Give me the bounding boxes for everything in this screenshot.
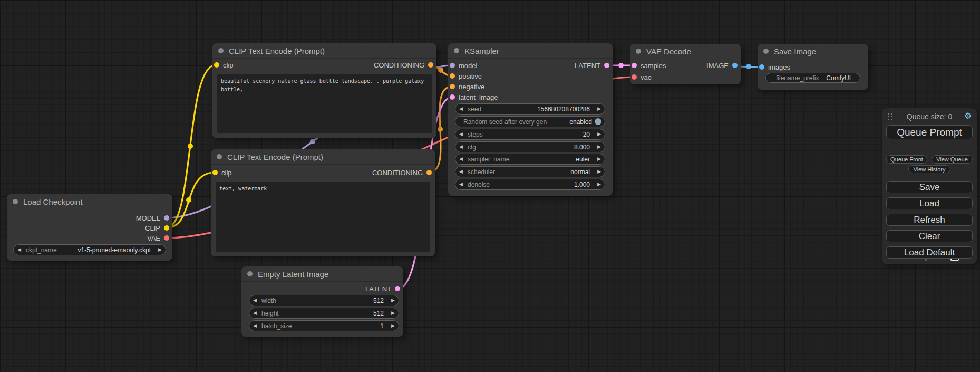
vae-port-dot[interactable] bbox=[164, 235, 169, 241]
width-widget[interactable]: ◀ width 512 ▶ bbox=[249, 295, 399, 306]
increment-arrow-icon[interactable]: ▶ bbox=[388, 311, 395, 316]
input-port-vae[interactable]: vae bbox=[632, 73, 652, 81]
latent-port-dot[interactable] bbox=[395, 286, 400, 291]
conditioning-port-dot[interactable] bbox=[426, 170, 432, 175]
model-port-dot[interactable] bbox=[164, 215, 169, 221]
input-port-negative[interactable]: negative bbox=[450, 83, 484, 90]
port-label: samples bbox=[641, 62, 666, 70]
output-port-vae[interactable]: VAE bbox=[147, 234, 169, 242]
latent-port-dot[interactable] bbox=[632, 63, 637, 68]
increment-arrow-icon[interactable]: ▶ bbox=[594, 182, 601, 187]
increment-arrow-icon[interactable]: ▶ bbox=[388, 323, 395, 328]
node-clip-text-encode-negative[interactable]: CLIP Text Encode (Prompt) clip CONDITION… bbox=[211, 149, 435, 256]
latent-port-dot[interactable] bbox=[450, 94, 455, 100]
view-queue-button[interactable]: View Queue bbox=[932, 155, 973, 164]
input-port-model[interactable]: model bbox=[450, 62, 477, 69]
decrement-arrow-icon[interactable]: ◀ bbox=[459, 157, 466, 161]
model-port-dot[interactable] bbox=[450, 63, 455, 68]
view-history-button[interactable]: View History bbox=[908, 165, 950, 173]
node-titlebar[interactable]: KSampler bbox=[448, 43, 613, 59]
random-seed-toggle[interactable] bbox=[595, 118, 601, 125]
port-label: MODEL bbox=[136, 214, 160, 222]
decrement-arrow-icon[interactable]: ◀ bbox=[253, 311, 260, 316]
node-titlebar[interactable]: Empty Latent Image bbox=[241, 266, 403, 282]
increment-arrow-icon[interactable]: ▶ bbox=[594, 157, 601, 161]
node-clip-text-encode-positive[interactable]: CLIP Text Encode (Prompt) clip CONDITION… bbox=[212, 43, 436, 138]
decrement-arrow-icon[interactable]: ◀ bbox=[459, 145, 466, 149]
increment-arrow-icon[interactable]: ▶ bbox=[594, 169, 601, 174]
comfyui-canvas[interactable]: { "colors": { "model": "#b39ddb", "clip"… bbox=[0, 0, 980, 372]
queue-front-button[interactable]: Queue Front bbox=[886, 155, 927, 164]
latent-port-dot[interactable] bbox=[604, 63, 609, 68]
decrement-arrow-icon[interactable]: ◀ bbox=[459, 107, 466, 111]
load-default-button[interactable]: Load Default bbox=[886, 246, 973, 259]
prompt-textarea[interactable]: beautiful scenery nature glass bottle la… bbox=[217, 74, 432, 133]
input-port-images[interactable]: images bbox=[759, 63, 790, 71]
output-port-clip[interactable]: CLIP bbox=[145, 224, 169, 232]
image-port-dot[interactable] bbox=[759, 64, 764, 70]
queue-menu-panel[interactable]: Queue size: 0 ⚙ Queue Prompt Extra optio… bbox=[882, 108, 977, 264]
output-port-conditioning[interactable]: CONDITIONING bbox=[372, 169, 432, 176]
node-load-checkpoint[interactable]: Load Checkpoint MODEL CLIP VAE ◀ ckpt_na… bbox=[7, 194, 172, 261]
node-ksampler[interactable]: KSampler model positive negative latent_… bbox=[448, 43, 613, 196]
decrement-arrow-icon[interactable]: ◀ bbox=[459, 132, 466, 137]
sampler-name-widget[interactable]: ◀ sampler_name euler ▶ bbox=[455, 154, 605, 165]
clip-port-dot[interactable] bbox=[214, 62, 219, 68]
increment-arrow-icon[interactable]: ▶ bbox=[594, 132, 601, 137]
cfg-widget[interactable]: ◀ cfg 8.000 ▶ bbox=[455, 141, 605, 152]
conditioning-port-dot[interactable] bbox=[428, 62, 433, 68]
clip-port-dot[interactable] bbox=[212, 170, 218, 175]
random-seed-widget[interactable]: Random seed after every gen enabled bbox=[455, 116, 605, 127]
node-empty-latent-image[interactable]: Empty Latent Image LATENT ◀ width 512 ▶ … bbox=[241, 266, 403, 337]
increment-arrow-icon[interactable]: ▶ bbox=[155, 247, 162, 252]
queue-prompt-button[interactable]: Queue Prompt bbox=[886, 125, 973, 139]
decrement-arrow-icon[interactable]: ◀ bbox=[253, 298, 260, 303]
node-titlebar[interactable]: CLIP Text Encode (Prompt) bbox=[211, 149, 435, 165]
decrement-arrow-icon[interactable]: ◀ bbox=[253, 323, 260, 328]
decrement-arrow-icon[interactable]: ◀ bbox=[459, 182, 466, 187]
output-port-latent[interactable]: LATENT bbox=[365, 285, 400, 292]
refresh-button[interactable]: Refresh bbox=[886, 214, 973, 226]
input-port-positive[interactable]: positive bbox=[450, 72, 482, 80]
decrement-arrow-icon[interactable]: ◀ bbox=[17, 247, 24, 252]
node-titlebar[interactable]: VAE Decode bbox=[630, 44, 741, 59]
input-port-clip[interactable]: clip bbox=[214, 61, 234, 69]
vae-port-dot[interactable] bbox=[632, 74, 637, 80]
image-port-dot[interactable] bbox=[732, 63, 738, 68]
output-port-image[interactable]: IMAGE bbox=[706, 62, 738, 69]
input-port-clip[interactable]: clip bbox=[212, 169, 232, 176]
clear-button[interactable]: Clear bbox=[886, 230, 973, 242]
denoise-widget[interactable]: ◀ denoise 1.000 ▶ bbox=[455, 179, 605, 190]
conditioning-port-dot[interactable] bbox=[450, 73, 455, 79]
output-port-latent[interactable]: LATENT bbox=[575, 62, 609, 69]
conditioning-port-dot[interactable] bbox=[450, 84, 455, 89]
batch-size-widget[interactable]: ◀ batch_size 1 ▶ bbox=[249, 320, 399, 331]
increment-arrow-icon[interactable]: ▶ bbox=[594, 107, 601, 111]
node-titlebar[interactable]: CLIP Text Encode (Prompt) bbox=[212, 43, 436, 59]
steps-widget[interactable]: ◀ steps 20 ▶ bbox=[455, 129, 605, 140]
decrement-arrow-icon[interactable]: ◀ bbox=[459, 169, 466, 174]
node-titlebar[interactable]: Load Checkpoint bbox=[7, 194, 172, 209]
prompt-textarea[interactable]: text, watermark bbox=[216, 182, 430, 252]
input-port-samples[interactable]: samples bbox=[632, 62, 666, 69]
seed-widget[interactable]: ◀ seed 156680208700286 ▶ bbox=[455, 103, 605, 115]
clip-port-dot[interactable] bbox=[164, 225, 169, 231]
load-button[interactable]: Load bbox=[886, 197, 973, 209]
save-button[interactable]: Save bbox=[886, 181, 973, 193]
node-status-dot-icon bbox=[218, 48, 224, 53]
increment-arrow-icon[interactable]: ▶ bbox=[594, 145, 601, 149]
ckpt-name-widget[interactable]: ◀ ckpt_name v1-5-pruned-emaonly.ckpt ▶ bbox=[13, 244, 166, 255]
node-titlebar[interactable]: Save Image bbox=[758, 44, 868, 59]
increment-arrow-icon[interactable]: ▶ bbox=[388, 298, 395, 303]
input-port-latent-image[interactable]: latent_image bbox=[450, 93, 498, 101]
filename-prefix-widget[interactable]: filename_prefix ComfyUI bbox=[765, 73, 860, 83]
settings-gear-icon[interactable]: ⚙ bbox=[964, 111, 972, 121]
node-vae-decode[interactable]: VAE Decode samples vae IMAGE bbox=[630, 44, 741, 84]
node-status-dot-icon bbox=[454, 48, 459, 53]
node-save-image[interactable]: Save Image images filename_prefix ComfyU… bbox=[758, 44, 868, 90]
height-widget[interactable]: ◀ height 512 ▶ bbox=[249, 308, 399, 319]
output-port-model[interactable]: MODEL bbox=[136, 214, 169, 222]
scheduler-widget[interactable]: ◀ scheduler normal ▶ bbox=[455, 166, 605, 177]
node-status-dot-icon bbox=[763, 49, 769, 54]
output-port-conditioning[interactable]: CONDITIONING bbox=[374, 61, 433, 69]
